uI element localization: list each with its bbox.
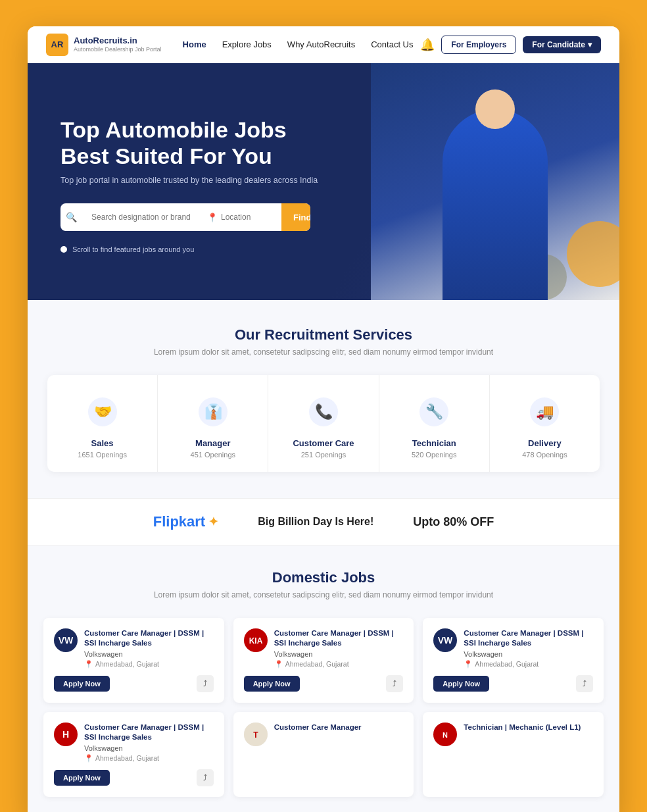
svg-text:KIA: KIA (249, 636, 262, 646)
job-info-6: Technician | Mechanic (Level L1) (464, 723, 581, 734)
job-company-4: Volkswagen (84, 744, 214, 752)
job-card-6-header: N Technician | Mechanic (Level L1) (433, 723, 593, 746)
job-location-4: 📍 Ahmedabad, Gujarat (84, 754, 214, 763)
flipkart-logo: Flipkart ✦ (153, 513, 218, 530)
service-card-technician[interactable]: 🔧 Technician 520 Openings (379, 375, 490, 472)
services-grid: 🤝 Sales 1651 Openings 👔 Manager 451 Open… (47, 375, 600, 472)
service-name-sales: Sales (91, 438, 114, 448)
hero-content: Top Automobile Jobs Best Suited For You … (60, 116, 587, 253)
job-info-1: Customer Care Manager | DSSM | SSI Incha… (84, 628, 214, 669)
location-pin-icon-4: 📍 (84, 754, 93, 763)
job-title-2: Customer Care Manager | DSSM | SSI Incha… (274, 628, 404, 648)
delivery-icon: 🚚 (527, 395, 562, 429)
svg-text:🚚: 🚚 (536, 403, 554, 420)
location-pin-icon-2: 📍 (274, 660, 283, 669)
share-button-1[interactable]: ⤴ (197, 675, 214, 692)
job-location-text-1: Ahmedabad, Gujarat (95, 660, 159, 668)
apply-button-2[interactable]: Apply Now (244, 676, 300, 692)
job-card-1-header: VW Customer Care Manager | DSSM | SSI In… (54, 628, 214, 669)
share-button-4[interactable]: ⤴ (197, 769, 214, 786)
location-pin-icon-3: 📍 (464, 660, 473, 669)
share-button-3[interactable]: ⤴ (576, 675, 593, 692)
service-name-delivery: Delivery (528, 438, 562, 448)
logo-area: AR AutoRecruits.in Automobile Dealership… (46, 34, 162, 56)
job-card-5-header: T Customer Care Manager (244, 723, 404, 746)
logo-name: AutoRecruits.in (74, 36, 162, 45)
notification-bell[interactable]: 🔔 (420, 38, 435, 52)
job-info-4: Customer Care Manager | DSSM | SSI Incha… (84, 723, 214, 763)
svg-text:T: T (253, 730, 258, 740)
brand-logo-kia: KIA (244, 628, 268, 652)
ad-tagline: Big Billion Day Is Here! (258, 516, 373, 528)
svg-text:N: N (443, 731, 448, 739)
service-card-sales[interactable]: 🤝 Sales 1651 Openings (47, 375, 158, 472)
services-section: Our Recruitment Services Lorem ipsum dol… (28, 300, 619, 498)
service-count-customer-care: 251 Openings (301, 451, 347, 459)
job-card-2-header: KIA Customer Care Manager | DSSM | SSI I… (244, 628, 404, 669)
apply-button-4[interactable]: Apply Now (54, 770, 110, 786)
candidate-btn-label: For Candidate (532, 40, 585, 49)
services-title: Our Recruitment Services (47, 326, 600, 343)
brand-logo-vw-3: VW (433, 628, 457, 652)
service-name-manager: Manager (195, 438, 230, 448)
jobs-grid: VW Customer Care Manager | DSSM | SSI In… (43, 618, 604, 797)
ad-banner: Flipkart ✦ Big Billion Day Is Here! Upto… (28, 498, 619, 546)
job-card-5: T Customer Care Manager (233, 712, 414, 797)
services-subtitle: Lorem ipsum dolor sit amet, consetetur s… (47, 347, 600, 357)
technician-icon: 🔧 (417, 395, 451, 429)
nav-home[interactable]: Home (183, 39, 206, 49)
job-info-2: Customer Care Manager | DSSM | SSI Incha… (274, 628, 404, 669)
job-card-4: H Customer Care Manager | DSSM | SSI Inc… (43, 712, 224, 797)
find-jobs-button[interactable]: Find Jobs (281, 203, 310, 231)
nav-links: Home Explore Jobs Why AutoRecruits Conta… (183, 39, 421, 49)
service-card-customer-care[interactable]: 📞 Customer Care 251 Openings (268, 375, 379, 472)
svg-text:VW: VW (438, 635, 453, 646)
job-company-2: Volkswagen (274, 650, 404, 658)
job-info-5: Customer Care Manager (274, 723, 362, 734)
service-count-sales: 1651 Openings (78, 451, 127, 459)
job-info-3: Customer Care Manager | DSSM | SSI Incha… (464, 628, 593, 669)
hero-subtitle: Top job portal in automobile trusted by … (60, 176, 587, 185)
nav-right: 🔔 For Employers For Candidate ▾ (420, 36, 601, 54)
search-icon: 🔍 (60, 212, 82, 222)
svg-text:👔: 👔 (204, 403, 222, 420)
nav-why-autorecruits[interactable]: Why AutoRecruits (287, 39, 355, 49)
browser-window: AR AutoRecruits.in Automobile Dealership… (28, 26, 619, 812)
apply-button-1[interactable]: Apply Now (54, 676, 110, 692)
hero-section: Top Automobile Jobs Best Suited For You … (28, 63, 619, 300)
brand-logo-honda: H (54, 723, 78, 746)
domestic-jobs-title: Domestic Jobs (43, 569, 604, 586)
apply-button-3[interactable]: Apply Now (433, 676, 489, 692)
svg-text:H: H (62, 729, 69, 740)
for-employers-button[interactable]: For Employers (441, 36, 516, 54)
job-card-4-footer: Apply Now ⤴ (54, 769, 214, 786)
navbar: AR AutoRecruits.in Automobile Dealership… (28, 26, 619, 63)
chevron-down-icon: ▾ (588, 40, 592, 49)
location-pin-icon-1: 📍 (84, 660, 93, 669)
share-button-2[interactable]: ⤴ (386, 675, 403, 692)
job-location-text-4: Ahmedabad, Gujarat (95, 754, 159, 762)
svg-text:🤝: 🤝 (93, 403, 112, 420)
service-count-delivery: 478 Openings (522, 451, 567, 459)
flipkart-name: Flipkart (153, 513, 205, 530)
sales-icon: 🤝 (85, 395, 120, 429)
job-location-3: 📍 Ahmedabad, Gujarat (464, 660, 593, 669)
job-location-text-2: Ahmedabad, Gujarat (285, 660, 349, 668)
service-name-customer-care: Customer Care (293, 438, 354, 448)
job-location-2: 📍 Ahmedabad, Gujarat (274, 660, 404, 669)
job-title-4: Customer Care Manager | DSSM | SSI Incha… (84, 723, 214, 742)
service-card-delivery[interactable]: 🚚 Delivery 478 Openings (490, 375, 600, 472)
nav-contact-us[interactable]: Contact Us (371, 39, 413, 49)
customer-care-icon: 📞 (306, 395, 341, 429)
search-designation-input[interactable] (82, 213, 199, 222)
job-card-3-footer: Apply Now ⤴ (433, 675, 593, 692)
nav-explore-jobs[interactable]: Explore Jobs (222, 39, 272, 49)
location-input[interactable] (221, 213, 274, 222)
service-count-manager: 451 Openings (191, 451, 236, 459)
domestic-jobs-section: Domestic Jobs Lorem ipsum dolor sit amet… (28, 546, 619, 812)
job-company-3: Volkswagen (464, 650, 593, 658)
job-card-2-footer: Apply Now ⤴ (244, 675, 404, 692)
service-card-manager[interactable]: 👔 Manager 451 Openings (158, 375, 268, 472)
job-location-text-3: Ahmedabad, Gujarat (475, 660, 539, 668)
for-candidate-button[interactable]: For Candidate ▾ (523, 36, 601, 53)
